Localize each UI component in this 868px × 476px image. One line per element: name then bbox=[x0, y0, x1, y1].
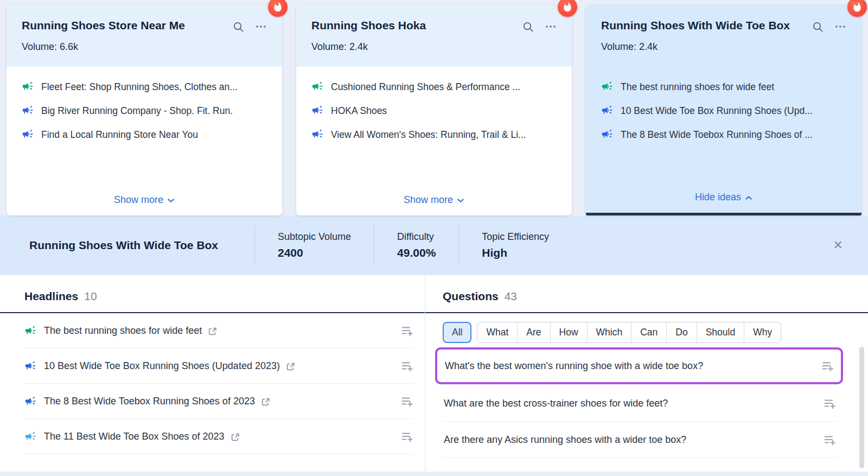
idea-item[interactable]: 10 Best Wide Toe Box Running Shoes (Upd.… bbox=[601, 105, 846, 117]
idea-item[interactable]: View All Women's Shoes: Running, Trail &… bbox=[311, 129, 557, 141]
headline-link[interactable]: 10 Best Wide Toe Box Running Shoes (Upda… bbox=[44, 360, 295, 372]
headline-link[interactable]: The 11 Best Wide Toe Box Shoes of 2023 bbox=[44, 431, 240, 442]
question-row[interactable]: What's the best women's running shoe wit… bbox=[444, 350, 834, 382]
idea-text[interactable]: View All Women's Shoes: Running, Trail &… bbox=[331, 129, 526, 141]
megaphone-icon bbox=[22, 104, 34, 116]
megaphone-icon bbox=[22, 128, 34, 140]
filter-do[interactable]: Do bbox=[666, 322, 696, 342]
questions-title: Questions bbox=[443, 290, 499, 303]
question-text[interactable]: Are there any Asics running shoes with a… bbox=[444, 434, 686, 446]
external-link-icon[interactable] bbox=[286, 361, 295, 371]
idea-item[interactable]: HOKA Shoes bbox=[311, 105, 557, 117]
show-more-button[interactable]: Show more bbox=[114, 194, 175, 206]
filter-what[interactable]: What bbox=[477, 322, 517, 342]
external-link-icon[interactable] bbox=[261, 396, 270, 407]
headline-link[interactable]: The 8 Best Wide Toebox Running Shoes of … bbox=[44, 396, 270, 407]
headlines-title: Headlines bbox=[24, 290, 78, 303]
headline-row: The 11 Best Wide Toe Box Shoes of 2023 bbox=[24, 419, 413, 454]
stat-subtopic-volume: Subtopic Volume 2400 bbox=[254, 226, 374, 265]
megaphone-icon bbox=[24, 325, 36, 337]
question-text[interactable]: What are the best cross-trainer shoes fo… bbox=[444, 398, 668, 409]
megaphone-icon bbox=[311, 128, 323, 140]
idea-item[interactable]: The 8 Best Wide Toebox Running Shoes of … bbox=[601, 129, 846, 141]
subtopic-card-selected[interactable]: Running Shoes With Wide Toe Box Volume: … bbox=[586, 5, 861, 215]
volume: Volume: 6.6k bbox=[22, 41, 267, 53]
megaphone-icon bbox=[311, 104, 323, 116]
megaphone-icon bbox=[601, 128, 613, 140]
add-to-list-icon[interactable] bbox=[824, 434, 835, 446]
search-icon[interactable] bbox=[522, 21, 534, 33]
megaphone-icon bbox=[22, 80, 34, 92]
stat-topic-efficiency: Topic Efficiency High bbox=[458, 226, 572, 265]
headline-row: 10 Best Wide Toe Box Running Shoes (Upda… bbox=[24, 348, 413, 384]
questions-scrollbar[interactable] bbox=[859, 347, 864, 468]
subtopic-detail-bar: Running Shoes With Wide Toe Box Subtopic… bbox=[0, 215, 868, 275]
question-row[interactable]: What are the best cross-trainer shoes fo… bbox=[443, 385, 837, 422]
add-to-list-icon[interactable] bbox=[401, 395, 413, 407]
more-options-icon[interactable] bbox=[545, 21, 557, 33]
questions-count: 43 bbox=[505, 290, 517, 303]
idea-text[interactable]: The 8 Best Wide Toebox Running Shoes of … bbox=[621, 129, 813, 141]
headlines-header: Headlines 10 bbox=[0, 275, 425, 313]
idea-item[interactable]: Cushioned Running Shoes & Performance ..… bbox=[311, 81, 557, 93]
filter-all[interactable]: All bbox=[443, 322, 471, 343]
idea-text[interactable]: 10 Best Wide Toe Box Running Shoes (Upd.… bbox=[621, 105, 813, 117]
chevron-up-icon bbox=[745, 192, 752, 203]
filter-are[interactable]: Are bbox=[517, 322, 550, 342]
headline-link[interactable]: The best running shoes for wide feet bbox=[44, 325, 217, 337]
filter-should[interactable]: Should bbox=[697, 322, 744, 342]
trending-fire-icon bbox=[268, 0, 288, 17]
add-to-list-icon[interactable] bbox=[821, 360, 833, 372]
chevron-down-icon bbox=[167, 194, 175, 206]
detail-content: Headlines 10 The best running shoes for … bbox=[0, 275, 868, 472]
filter-why[interactable]: Why bbox=[744, 322, 781, 342]
questions-column: Questions 43 All What Are How Which Can … bbox=[425, 275, 868, 472]
subtopic-card[interactable]: Running Shoes Hoka Volume: 2.4k Cushione… bbox=[296, 5, 572, 215]
idea-text[interactable]: Find a Local Running Store Near You bbox=[41, 129, 198, 141]
idea-item[interactable]: The best running shoes for wide feet bbox=[601, 81, 846, 93]
more-options-icon[interactable] bbox=[255, 21, 267, 33]
headlines-column: Headlines 10 The best running shoes for … bbox=[0, 275, 425, 472]
filter-how[interactable]: How bbox=[550, 322, 587, 342]
add-to-list-icon[interactable] bbox=[824, 397, 835, 409]
hide-ideas-button[interactable]: Hide ideas bbox=[695, 192, 752, 203]
filter-which[interactable]: Which bbox=[587, 322, 631, 342]
filter-can[interactable]: Can bbox=[631, 322, 666, 342]
close-icon[interactable]: ✕ bbox=[830, 236, 846, 255]
detail-title: Running Shoes With Wide Toe Box bbox=[29, 239, 254, 252]
megaphone-icon bbox=[311, 80, 323, 92]
trending-fire-icon bbox=[558, 0, 577, 17]
stat-difficulty: Difficulty 49.00% bbox=[374, 226, 458, 265]
headline-row: The best running shoes for wide feet bbox=[24, 313, 413, 348]
add-to-list-icon[interactable] bbox=[401, 430, 413, 442]
search-icon[interactable] bbox=[812, 21, 824, 33]
megaphone-icon bbox=[24, 360, 36, 372]
show-more-button[interactable]: Show more bbox=[404, 194, 464, 206]
volume: Volume: 2.4k bbox=[311, 41, 557, 53]
idea-text[interactable]: Cushioned Running Shoes & Performance ..… bbox=[331, 81, 520, 93]
add-to-list-icon[interactable] bbox=[401, 325, 413, 337]
add-to-list-icon[interactable] bbox=[401, 360, 413, 372]
idea-item[interactable]: Fleet Feet: Shop Running Shoes, Clothes … bbox=[22, 81, 267, 93]
headlines-count: 10 bbox=[84, 290, 97, 303]
idea-text[interactable]: HOKA Shoes bbox=[331, 105, 387, 117]
subtopic-card[interactable]: Running Shoes Store Near Me Volume: 6.6k… bbox=[7, 5, 282, 215]
chevron-down-icon bbox=[457, 194, 464, 206]
question-filters: All What Are How Which Can Do Should Why bbox=[443, 322, 868, 343]
megaphone-icon bbox=[24, 430, 36, 442]
card-title: Running Shoes Hoka bbox=[311, 18, 522, 33]
question-row[interactable]: Are there any Asics running shoes with a… bbox=[443, 422, 837, 458]
external-link-icon[interactable] bbox=[208, 326, 217, 336]
search-icon[interactable] bbox=[233, 21, 244, 33]
more-options-icon[interactable] bbox=[834, 21, 846, 33]
idea-text[interactable]: Big River Running Company - Shop. Fit. R… bbox=[41, 105, 233, 117]
subtopic-cards-row: Running Shoes Store Near Me Volume: 6.6k… bbox=[0, 0, 868, 215]
idea-item[interactable]: Big River Running Company - Shop. Fit. R… bbox=[22, 105, 267, 117]
idea-item[interactable]: Find a Local Running Store Near You bbox=[22, 129, 267, 141]
external-link-icon[interactable] bbox=[231, 431, 240, 442]
trending-fire-icon bbox=[847, 0, 867, 17]
megaphone-icon bbox=[24, 395, 36, 407]
idea-text[interactable]: Fleet Feet: Shop Running Shoes, Clothes … bbox=[41, 81, 238, 93]
question-text[interactable]: What's the best women's running shoe wit… bbox=[445, 360, 703, 372]
idea-text[interactable]: The best running shoes for wide feet bbox=[621, 81, 774, 93]
